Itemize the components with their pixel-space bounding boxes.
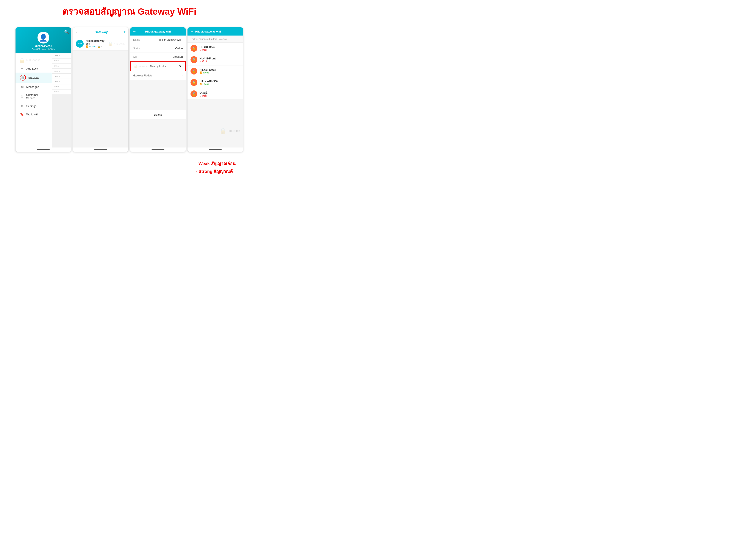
lock-item-2[interactable]: 🔓 HiLock-Stock 📶 Strong <box>187 65 243 77</box>
lock-icon: 🔒 <box>108 41 113 46</box>
gateway-circle: ▦ <box>20 75 26 81</box>
device-battery: 85% ■ <box>54 65 69 67</box>
customer-service-icon: ℹ <box>20 94 24 99</box>
menu-item-add-lock-label: Add Lock <box>26 67 38 70</box>
menu-item-work-with-label: Work with <box>26 113 39 116</box>
search-icon[interactable]: 🔍 <box>64 30 69 34</box>
annotation-weak: - Weak สัญญาณอ่อน <box>196 161 243 167</box>
signal-icon: 📶 <box>200 83 202 85</box>
lock-name: HL-431-Front <box>200 57 240 60</box>
lock-signal: 📶 Strong <box>200 83 240 85</box>
detail-value-status: Online <box>175 47 183 50</box>
device-item: 95% ■ <box>52 89 71 94</box>
device-item: 100% ■ <box>52 53 71 58</box>
menu-item-settings[interactable]: ⚙ Settings <box>15 102 52 110</box>
menu-item-messages[interactable]: ✉ Messages <box>15 83 52 91</box>
device-battery: 100% ■ <box>54 75 69 77</box>
screen3-empty2 <box>130 119 186 147</box>
device-item: 100% ■ <box>52 69 71 74</box>
device-item: 100% ■ <box>52 79 71 84</box>
menu-item-customer-service-label: Customer Service <box>26 93 47 100</box>
menu-item-gateway-label: Gateway <box>28 76 39 79</box>
detail-value-name: Hilock gateway wifi › <box>159 38 183 41</box>
gateway-name: Hilock gateway wifi <box>86 39 106 45</box>
signal-icon: 📶 <box>200 71 202 74</box>
nearby-count: 5 <box>179 65 181 68</box>
screen3-topbar: ← Hilock gateway wifi <box>130 27 186 36</box>
screen4-title: Hilock gateway wifi <box>195 30 221 33</box>
lock-item-1[interactable]: 🔓 HL-431-Front ↙ Weak <box>187 54 243 65</box>
status-text: Online <box>89 45 95 48</box>
device-battery: 95% ■ <box>54 91 69 93</box>
bottom-indicator <box>94 149 107 150</box>
screen3: ← Hilock gateway wifi Name Hilock gatewa… <box>130 27 186 152</box>
lock-item-4[interactable]: 🔓 ประตูรั้ว ↙ Weak <box>187 88 243 100</box>
bottom-bar <box>187 147 243 152</box>
hilock-wm-text: HILOCK <box>114 42 125 45</box>
device-list: 100% ■ 85% ■ 85% ■ 100% ■ 100% ■ 100% ■ <box>52 53 71 147</box>
device-battery: 100% ■ <box>54 55 69 57</box>
bottom-indicator <box>37 149 50 150</box>
nearby-count-area: 5 › <box>179 64 182 68</box>
screen4-area: ← Hilock gateway wifi Lock(s) connected … <box>187 27 243 176</box>
gateway-update-row[interactable]: Gateway Update › <box>130 71 186 80</box>
bottom-bar <box>130 147 186 152</box>
lock-icon: 🔓 <box>191 45 198 52</box>
nearby-locks-text: Nearby Locks <box>150 65 166 68</box>
menu-list: 🔒 HILOCK + Add Lock ▦ Gateway ✉ Messages <box>15 53 52 147</box>
gateway-icon: ▦ <box>21 76 25 80</box>
lock-signal: ↙ Weak <box>200 95 240 97</box>
signal-icon: ↙ <box>200 95 201 97</box>
back-button[interactable]: ← <box>133 30 136 33</box>
gateway-badge: 62ᵐ <box>76 40 84 48</box>
messages-icon: ✉ <box>20 85 24 89</box>
back-button[interactable]: ← <box>75 30 79 34</box>
menu-item-work-with[interactable]: 🔖 Work with <box>15 110 52 119</box>
back-button[interactable]: ← <box>190 30 194 33</box>
page-title: ตรวจสอบสัญญาณ Gateway WiFi <box>4 4 254 18</box>
annotations: - Weak สัญญาณอ่อน - Strong สัญญาณดี <box>187 161 243 176</box>
signal-icon: ↙ <box>200 49 201 51</box>
device-item: 45% ■ <box>52 85 71 89</box>
hilock-wm-text: HILOCK <box>26 59 40 62</box>
detail-row-wifi: wifi Brooklyn <box>130 53 186 61</box>
locks-header: Lock(s) connected to this Gateway <box>187 36 243 43</box>
add-gateway-button[interactable]: + <box>123 30 126 35</box>
bottom-bar <box>73 147 128 152</box>
menu-item-settings-label: Settings <box>26 104 37 108</box>
lock-info: ประตูรั้ว ↙ Weak <box>200 91 240 97</box>
lock-signal: 📶 Strong <box>200 71 240 74</box>
lock-item-3[interactable]: 🔓 HiLock-HL-500 📶 Strong <box>187 77 243 88</box>
chevron-right: › <box>182 74 183 77</box>
nearby-locks-label: 🔒 HILOCK Nearby Locks <box>134 64 166 68</box>
lock-wm-icon: 🔒 <box>19 57 25 63</box>
gateway-badge-text: 62ᵐ <box>78 42 81 45</box>
delete-row[interactable]: Delete <box>130 110 186 119</box>
menu-item-customer-service[interactable]: ℹ Customer Service <box>15 91 52 102</box>
detail-row-status: Status Online <box>130 44 186 53</box>
gateway-list-item[interactable]: 62ᵐ Hilock gateway wifi 📶 Online 🔒 4 🔒 H… <box>73 37 128 51</box>
wifi-icon: 📶 <box>86 45 88 48</box>
screen2-title: Gateway <box>94 30 108 34</box>
lock-name: HiLock-HL-500 <box>200 80 240 83</box>
bottom-indicator <box>209 149 222 150</box>
device-battery: 100% ■ <box>54 70 69 72</box>
avatar-face: 👤 <box>39 34 48 42</box>
hilock-wm-text: HILOCK <box>139 65 148 67</box>
gateway-info: Hilock gateway wifi 📶 Online 🔒 4 <box>86 39 106 48</box>
menu-item-gateway[interactable]: ▦ Gateway <box>15 73 52 83</box>
screen4: ← Hilock gateway wifi Lock(s) connected … <box>187 27 243 152</box>
nearby-locks-row[interactable]: 🔒 HILOCK Nearby Locks 5 › <box>130 61 186 71</box>
add-lock-icon: + <box>20 66 24 70</box>
bottom-indicator <box>151 149 164 150</box>
menu-item-messages-label: Messages <box>26 85 39 89</box>
lock-signal: ↙ Weak <box>200 60 240 63</box>
lock-info: HiLock-Stock 📶 Strong <box>200 68 240 74</box>
hilock-wm: 🔒 HILOCK <box>108 41 125 46</box>
avatar: 👤 <box>38 32 49 43</box>
lock-item-0[interactable]: 🔓 HL-431-Back ↙ Weak <box>187 43 243 54</box>
work-with-icon: 🔖 <box>20 113 24 116</box>
settings-icon: ⚙ <box>20 104 24 108</box>
screen1-header: 🔍 👤 +66877464035 Account:+66877464035 <box>15 27 71 53</box>
menu-item-add-lock[interactable]: + Add Lock <box>15 64 52 73</box>
